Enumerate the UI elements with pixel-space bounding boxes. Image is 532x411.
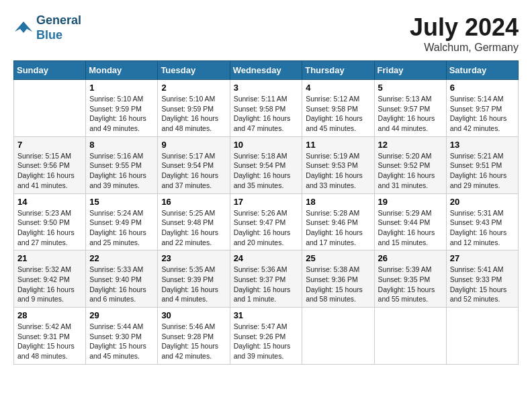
calendar-cell: 16Sunrise: 5:25 AMSunset: 9:48 PMDayligh… (158, 193, 230, 250)
weekday-header: Saturday (446, 61, 518, 80)
day-number: 16 (161, 197, 226, 207)
day-info: Sunrise: 5:25 AMSunset: 9:48 PMDaylight:… (161, 208, 226, 248)
day-number: 23 (161, 253, 226, 263)
day-number: 18 (306, 197, 370, 207)
day-info: Sunrise: 5:32 AMSunset: 9:42 PMDaylight:… (17, 265, 82, 304)
calendar-cell (302, 308, 374, 365)
calendar-cell (14, 80, 86, 137)
day-info: Sunrise: 5:15 AMSunset: 9:56 PMDaylight:… (17, 151, 82, 191)
logo: General Blue (13, 13, 81, 42)
calendar-title: July 2024 (410, 13, 519, 42)
day-info: Sunrise: 5:42 AMSunset: 9:31 PMDaylight:… (17, 322, 82, 361)
weekday-header: Wednesday (230, 61, 302, 80)
day-info: Sunrise: 5:12 AMSunset: 9:58 PMDaylight:… (306, 94, 370, 134)
calendar-cell: 26Sunrise: 5:39 AMSunset: 9:35 PMDayligh… (374, 250, 446, 308)
day-info: Sunrise: 5:13 AMSunset: 9:57 PMDaylight:… (378, 94, 443, 134)
day-info: Sunrise: 5:24 AMSunset: 9:49 PMDaylight:… (89, 208, 154, 248)
calendar-cell: 10Sunrise: 5:18 AMSunset: 9:54 PMDayligh… (230, 136, 302, 193)
calendar-header-row: SundayMondayTuesdayWednesdayThursdayFrid… (14, 61, 519, 80)
calendar-cell: 5Sunrise: 5:13 AMSunset: 9:57 PMDaylight… (374, 80, 446, 137)
calendar-cell: 23Sunrise: 5:35 AMSunset: 9:39 PMDayligh… (158, 250, 230, 308)
day-info: Sunrise: 5:17 AMSunset: 9:54 PMDaylight:… (161, 151, 226, 191)
calendar-cell: 20Sunrise: 5:31 AMSunset: 9:43 PMDayligh… (446, 193, 518, 250)
calendar-cell: 29Sunrise: 5:44 AMSunset: 9:30 PMDayligh… (86, 308, 158, 365)
calendar-cell: 30Sunrise: 5:46 AMSunset: 9:28 PMDayligh… (158, 308, 230, 365)
day-info: Sunrise: 5:19 AMSunset: 9:53 PMDaylight:… (306, 151, 370, 191)
logo-bird-icon (13, 18, 34, 38)
day-number: 11 (306, 140, 370, 150)
calendar-cell: 12Sunrise: 5:20 AMSunset: 9:52 PMDayligh… (374, 136, 446, 193)
calendar-cell: 3Sunrise: 5:11 AMSunset: 9:58 PMDaylight… (230, 80, 302, 137)
day-info: Sunrise: 5:18 AMSunset: 9:54 PMDaylight:… (234, 151, 299, 191)
day-info: Sunrise: 5:33 AMSunset: 9:40 PMDaylight:… (89, 265, 154, 304)
day-info: Sunrise: 5:35 AMSunset: 9:39 PMDaylight:… (161, 265, 226, 304)
logo-text: General Blue (36, 13, 81, 42)
day-info: Sunrise: 5:11 AMSunset: 9:58 PMDaylight:… (234, 94, 299, 134)
calendar-week-row: 21Sunrise: 5:32 AMSunset: 9:42 PMDayligh… (14, 250, 519, 308)
day-info: Sunrise: 5:28 AMSunset: 9:46 PMDaylight:… (306, 208, 370, 248)
calendar-cell: 11Sunrise: 5:19 AMSunset: 9:53 PMDayligh… (302, 136, 374, 193)
day-number: 9 (161, 140, 226, 150)
day-number: 21 (17, 253, 82, 263)
day-number: 26 (378, 253, 443, 263)
day-number: 25 (306, 253, 370, 263)
day-number: 29 (89, 310, 154, 320)
svg-marker-0 (15, 21, 32, 33)
day-info: Sunrise: 5:21 AMSunset: 9:51 PMDaylight:… (450, 151, 515, 191)
day-info: Sunrise: 5:36 AMSunset: 9:37 PMDaylight:… (234, 265, 299, 304)
calendar-cell: 1Sunrise: 5:10 AMSunset: 9:59 PMDaylight… (86, 80, 158, 137)
day-info: Sunrise: 5:23 AMSunset: 9:50 PMDaylight:… (17, 208, 82, 248)
day-info: Sunrise: 5:39 AMSunset: 9:35 PMDaylight:… (378, 265, 443, 304)
day-number: 10 (234, 140, 299, 150)
day-info: Sunrise: 5:29 AMSunset: 9:44 PMDaylight:… (378, 208, 443, 248)
calendar-cell: 2Sunrise: 5:10 AMSunset: 9:59 PMDaylight… (158, 80, 230, 137)
day-number: 12 (378, 140, 443, 150)
title-block: July 2024 Walchum, Germany (410, 13, 519, 54)
day-number: 30 (161, 310, 226, 320)
day-number: 13 (450, 140, 515, 150)
page-header: General Blue July 2024 Walchum, Germany (13, 13, 519, 54)
day-info: Sunrise: 5:46 AMSunset: 9:28 PMDaylight:… (161, 322, 226, 361)
calendar-cell: 8Sunrise: 5:16 AMSunset: 9:55 PMDaylight… (86, 136, 158, 193)
calendar-cell (374, 308, 446, 365)
weekday-header: Monday (86, 61, 158, 80)
day-number: 1 (89, 83, 154, 93)
calendar-cell: 28Sunrise: 5:42 AMSunset: 9:31 PMDayligh… (14, 308, 86, 365)
day-info: Sunrise: 5:44 AMSunset: 9:30 PMDaylight:… (89, 322, 154, 361)
weekday-header: Tuesday (158, 61, 230, 80)
calendar-cell: 18Sunrise: 5:28 AMSunset: 9:46 PMDayligh… (302, 193, 374, 250)
day-info: Sunrise: 5:26 AMSunset: 9:47 PMDaylight:… (234, 208, 299, 248)
day-info: Sunrise: 5:38 AMSunset: 9:36 PMDaylight:… (306, 265, 370, 304)
day-number: 3 (234, 83, 299, 93)
calendar-cell: 21Sunrise: 5:32 AMSunset: 9:42 PMDayligh… (14, 250, 86, 308)
calendar-week-row: 1Sunrise: 5:10 AMSunset: 9:59 PMDaylight… (14, 80, 519, 137)
day-number: 5 (378, 83, 443, 93)
day-info: Sunrise: 5:31 AMSunset: 9:43 PMDaylight:… (450, 208, 515, 248)
calendar-cell: 9Sunrise: 5:17 AMSunset: 9:54 PMDaylight… (158, 136, 230, 193)
calendar-cell: 19Sunrise: 5:29 AMSunset: 9:44 PMDayligh… (374, 193, 446, 250)
calendar-cell: 4Sunrise: 5:12 AMSunset: 9:58 PMDaylight… (302, 80, 374, 137)
day-number: 2 (161, 83, 226, 93)
calendar-cell (446, 308, 518, 365)
day-number: 27 (450, 253, 515, 263)
day-info: Sunrise: 5:20 AMSunset: 9:52 PMDaylight:… (378, 151, 443, 191)
day-number: 17 (234, 197, 299, 207)
calendar-cell: 17Sunrise: 5:26 AMSunset: 9:47 PMDayligh… (230, 193, 302, 250)
day-number: 14 (17, 197, 82, 207)
calendar-cell: 22Sunrise: 5:33 AMSunset: 9:40 PMDayligh… (86, 250, 158, 308)
weekday-header: Friday (374, 61, 446, 80)
calendar-cell: 15Sunrise: 5:24 AMSunset: 9:49 PMDayligh… (86, 193, 158, 250)
calendar-cell: 7Sunrise: 5:15 AMSunset: 9:56 PMDaylight… (14, 136, 86, 193)
day-number: 24 (234, 253, 299, 263)
calendar-cell: 6Sunrise: 5:14 AMSunset: 9:57 PMDaylight… (446, 80, 518, 137)
day-info: Sunrise: 5:10 AMSunset: 9:59 PMDaylight:… (161, 94, 226, 134)
calendar-table: SundayMondayTuesdayWednesdayThursdayFrid… (13, 60, 519, 365)
day-number: 20 (450, 197, 515, 207)
weekday-header: Thursday (302, 61, 374, 80)
day-number: 22 (89, 253, 154, 263)
day-info: Sunrise: 5:14 AMSunset: 9:57 PMDaylight:… (450, 94, 515, 134)
day-number: 28 (17, 310, 82, 320)
day-number: 7 (17, 140, 82, 150)
day-number: 8 (89, 140, 154, 150)
calendar-week-row: 7Sunrise: 5:15 AMSunset: 9:56 PMDaylight… (14, 136, 519, 193)
